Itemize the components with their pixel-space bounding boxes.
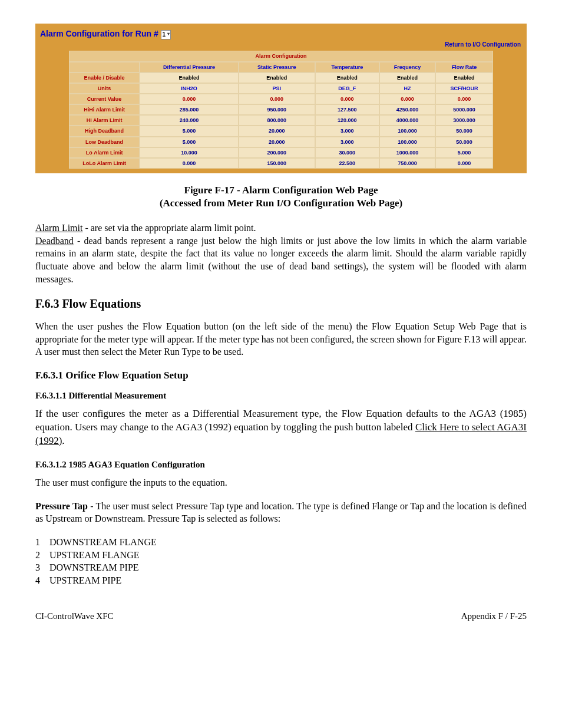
caption-line1: Figure F-17 - Alarm Configuration Web Pa…: [184, 185, 378, 196]
row-label: HiHi Alarm Limit: [69, 104, 140, 115]
alarm-config-table: Alarm Configuration Differential Pressur…: [69, 51, 493, 169]
table-cell: 750.000: [379, 158, 435, 169]
table-cell: 0.000: [435, 94, 493, 104]
table-cell: 150.000: [239, 158, 315, 169]
table-cell: DEG_F: [315, 83, 379, 94]
table-cell: 950.000: [239, 104, 315, 115]
list-number: 2: [35, 549, 49, 562]
table-cell: 3.000: [315, 126, 379, 136]
table-cell: 200.000: [239, 147, 315, 158]
pressure-tap-label: Pressure Tap: [35, 501, 88, 511]
table-cell: 3.000: [315, 137, 379, 147]
table-cell: Enabled: [379, 73, 435, 83]
table-cell: 0.000: [435, 158, 493, 169]
f6311-post: .: [62, 435, 64, 446]
list-item: 4UPSTREAM PIPE: [35, 574, 527, 587]
table-cell: 22.500: [315, 158, 379, 169]
row-label: Hi Alarm Limit: [69, 115, 140, 126]
section-f63-para: When the user pushes the Flow Equation b…: [35, 320, 527, 358]
list-number: 3: [35, 561, 49, 574]
table-cell: Enabled: [140, 73, 239, 83]
table-cell: 0.000: [239, 94, 315, 104]
section-f631-heading: F.6.3.1 Orifice Flow Equation Setup: [35, 369, 527, 383]
page-footer: CI-ControlWave XFC Appendix F / F-25: [35, 610, 527, 622]
column-header: Frequency: [379, 62, 435, 73]
row-label: LoLo Alarm Limit: [69, 158, 140, 169]
deadband-term: Deadband: [35, 236, 74, 246]
row-label: Current Value: [69, 94, 140, 104]
table-title: Alarm Configuration: [69, 51, 493, 61]
table-cell: 120.000: [315, 115, 379, 126]
table-cell: 0.000: [140, 158, 239, 169]
table-cell: 50.000: [435, 126, 493, 136]
footer-right: Appendix F / F-25: [461, 610, 527, 622]
table-cell: 5.000: [435, 147, 493, 158]
row-label: High Deadband: [69, 126, 140, 136]
footer-left: CI-ControlWave XFC: [35, 610, 114, 622]
pressure-tap-text: - The user must select Pressure Tap type…: [35, 501, 527, 524]
row-label: Enable / Disable: [69, 73, 140, 83]
table-cell: 100.000: [379, 126, 435, 136]
table-cell: 100.000: [379, 137, 435, 147]
table-cell: SCF/HOUR: [435, 83, 493, 94]
table-cell: 0.000: [379, 94, 435, 104]
table-cell: 50.000: [435, 137, 493, 147]
table-cell: HZ: [379, 83, 435, 94]
row-label: Low Deadband: [69, 137, 140, 147]
list-number: 4: [35, 574, 49, 587]
table-cell: 4250.000: [379, 104, 435, 115]
table-cell: 0.000: [315, 94, 379, 104]
header-prefix: Alarm Configuration for Run #: [40, 29, 161, 38]
table-cell: 5.000: [140, 126, 239, 136]
list-text: DOWNSTREAM FLANGE: [49, 536, 157, 549]
table-cell: Enabled: [239, 73, 315, 83]
section-f6312-heading: F.6.3.1.2 1985 AGA3 Equation Configurati…: [35, 459, 527, 470]
table-cell: INH2O: [140, 83, 239, 94]
table-cell: 10.000: [140, 147, 239, 158]
column-header: Static Pressure: [239, 62, 315, 73]
list-item: 2UPSTREAM FLANGE: [35, 549, 527, 562]
deadband-text: - dead bands represent a range just belo…: [35, 236, 527, 284]
table-cell: 285.000: [140, 104, 239, 115]
table-cell: 240.000: [140, 115, 239, 126]
row-label: Lo Alarm Limit: [69, 147, 140, 158]
table-cell: 5.000: [140, 137, 239, 147]
list-number: 1: [35, 536, 49, 549]
return-link[interactable]: Return to I/O Configuration: [40, 41, 521, 49]
table-cell: 3000.000: [435, 115, 493, 126]
column-header: Flow Rate: [435, 62, 493, 73]
table-cell: 800.000: [239, 115, 315, 126]
table-cell: 4000.000: [379, 115, 435, 126]
caption-line2: (Accessed from Meter Run I/O Configurati…: [160, 197, 402, 209]
column-header: Temperature: [315, 62, 379, 73]
table-cell: PSI: [239, 83, 315, 94]
alarm-limit-text: - are set via the appropriate alarm limi…: [82, 223, 256, 233]
alarm-limit-term: Alarm Limit: [35, 223, 82, 233]
table-cell: 1000.000: [379, 147, 435, 158]
list-item: 1DOWNSTREAM FLANGE: [35, 536, 527, 549]
alarm-config-header: Alarm Configuration for Run # 1: [40, 28, 522, 39]
list-text: UPSTREAM PIPE: [49, 574, 121, 587]
table-cell: Enabled: [315, 73, 379, 83]
section-f6311-heading: F.6.3.1.1 Differential Measurement: [35, 390, 527, 401]
table-cell: 20.000: [239, 137, 315, 147]
list-text: UPSTREAM FLANGE: [49, 549, 139, 562]
table-cell: 20.000: [239, 126, 315, 136]
table-cell: 127.500: [315, 104, 379, 115]
table-cell: 0.000: [140, 94, 239, 104]
section-f6311-para: If the user configures the meter as a Di…: [35, 407, 527, 448]
alarm-config-screenshot: Alarm Configuration for Run # 1 Return t…: [35, 24, 527, 173]
definitions-para: Alarm Limit - are set via the appropriat…: [35, 222, 527, 285]
run-number-select[interactable]: 1: [161, 30, 171, 39]
figure-caption: Figure F-17 - Alarm Configuration Web Pa…: [35, 184, 527, 210]
pressure-tap-list: 1DOWNSTREAM FLANGE2UPSTREAM FLANGE3DOWNS…: [35, 536, 527, 587]
list-text: DOWNSTREAM PIPE: [49, 561, 139, 574]
column-header: Differential Pressure: [140, 62, 239, 73]
pressure-tap-para: Pressure Tap - The user must select Pres…: [35, 500, 527, 525]
list-item: 3DOWNSTREAM PIPE: [35, 561, 527, 574]
row-label: Units: [69, 83, 140, 94]
section-f63-heading: F.6.3 Flow Equations: [35, 296, 527, 312]
table-cell: 30.000: [315, 147, 379, 158]
table-cell: 5000.000: [435, 104, 493, 115]
table-cell: Enabled: [435, 73, 493, 83]
